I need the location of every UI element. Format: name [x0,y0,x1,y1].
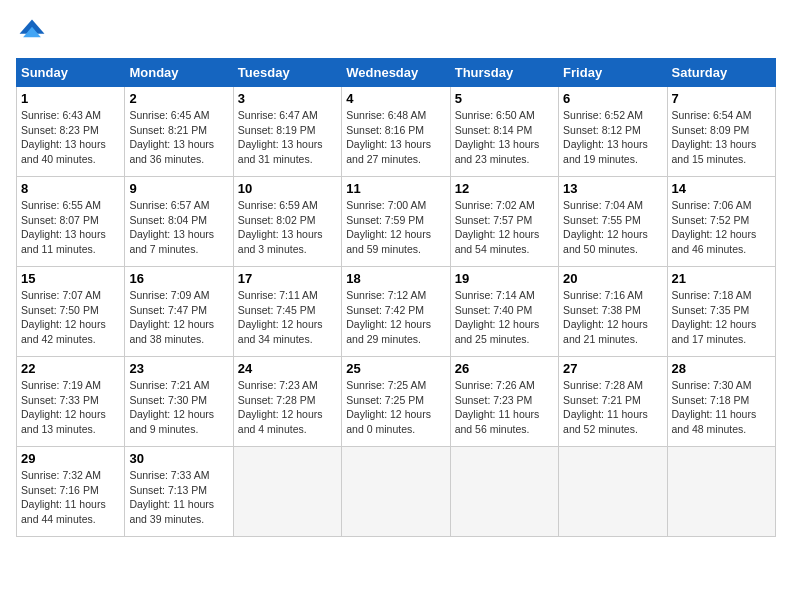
calendar-cell: 16Sunrise: 7:09 AMSunset: 7:47 PMDayligh… [125,267,233,357]
day-number: 8 [21,181,120,196]
calendar-cell [559,447,667,537]
calendar-header-tuesday: Tuesday [233,59,341,87]
day-number: 28 [672,361,771,376]
logo-icon [16,16,48,48]
day-number: 18 [346,271,445,286]
day-info: Sunrise: 7:06 AMSunset: 7:52 PMDaylight:… [672,198,771,257]
calendar-table: SundayMondayTuesdayWednesdayThursdayFrid… [16,58,776,537]
day-number: 5 [455,91,554,106]
calendar-cell: 22Sunrise: 7:19 AMSunset: 7:33 PMDayligh… [17,357,125,447]
day-info: Sunrise: 7:18 AMSunset: 7:35 PMDaylight:… [672,288,771,347]
logo [16,16,52,48]
calendar-cell: 3Sunrise: 6:47 AMSunset: 8:19 PMDaylight… [233,87,341,177]
calendar-cell: 4Sunrise: 6:48 AMSunset: 8:16 PMDaylight… [342,87,450,177]
day-info: Sunrise: 6:54 AMSunset: 8:09 PMDaylight:… [672,108,771,167]
calendar-header-wednesday: Wednesday [342,59,450,87]
calendar-cell: 15Sunrise: 7:07 AMSunset: 7:50 PMDayligh… [17,267,125,357]
day-number: 6 [563,91,662,106]
day-info: Sunrise: 6:43 AMSunset: 8:23 PMDaylight:… [21,108,120,167]
calendar-cell: 9Sunrise: 6:57 AMSunset: 8:04 PMDaylight… [125,177,233,267]
day-number: 21 [672,271,771,286]
calendar-cell: 2Sunrise: 6:45 AMSunset: 8:21 PMDaylight… [125,87,233,177]
calendar-cell: 10Sunrise: 6:59 AMSunset: 8:02 PMDayligh… [233,177,341,267]
day-info: Sunrise: 7:04 AMSunset: 7:55 PMDaylight:… [563,198,662,257]
day-number: 13 [563,181,662,196]
day-info: Sunrise: 7:12 AMSunset: 7:42 PMDaylight:… [346,288,445,347]
day-info: Sunrise: 7:16 AMSunset: 7:38 PMDaylight:… [563,288,662,347]
day-number: 7 [672,91,771,106]
day-info: Sunrise: 7:11 AMSunset: 7:45 PMDaylight:… [238,288,337,347]
day-info: Sunrise: 7:28 AMSunset: 7:21 PMDaylight:… [563,378,662,437]
week-row-4: 22Sunrise: 7:19 AMSunset: 7:33 PMDayligh… [17,357,776,447]
calendar-cell [667,447,775,537]
calendar-cell: 12Sunrise: 7:02 AMSunset: 7:57 PMDayligh… [450,177,558,267]
day-info: Sunrise: 6:47 AMSunset: 8:19 PMDaylight:… [238,108,337,167]
day-number: 4 [346,91,445,106]
day-info: Sunrise: 7:32 AMSunset: 7:16 PMDaylight:… [21,468,120,527]
calendar-cell: 11Sunrise: 7:00 AMSunset: 7:59 PMDayligh… [342,177,450,267]
calendar-cell: 5Sunrise: 6:50 AMSunset: 8:14 PMDaylight… [450,87,558,177]
day-info: Sunrise: 6:55 AMSunset: 8:07 PMDaylight:… [21,198,120,257]
day-info: Sunrise: 7:00 AMSunset: 7:59 PMDaylight:… [346,198,445,257]
day-number: 1 [21,91,120,106]
day-number: 19 [455,271,554,286]
calendar-header-saturday: Saturday [667,59,775,87]
day-number: 24 [238,361,337,376]
day-info: Sunrise: 6:50 AMSunset: 8:14 PMDaylight:… [455,108,554,167]
day-info: Sunrise: 6:45 AMSunset: 8:21 PMDaylight:… [129,108,228,167]
calendar-cell: 13Sunrise: 7:04 AMSunset: 7:55 PMDayligh… [559,177,667,267]
calendar-cell: 26Sunrise: 7:26 AMSunset: 7:23 PMDayligh… [450,357,558,447]
calendar-cell [450,447,558,537]
calendar-header-thursday: Thursday [450,59,558,87]
day-number: 10 [238,181,337,196]
calendar-cell: 30Sunrise: 7:33 AMSunset: 7:13 PMDayligh… [125,447,233,537]
calendar-cell: 21Sunrise: 7:18 AMSunset: 7:35 PMDayligh… [667,267,775,357]
day-info: Sunrise: 7:30 AMSunset: 7:18 PMDaylight:… [672,378,771,437]
day-info: Sunrise: 6:48 AMSunset: 8:16 PMDaylight:… [346,108,445,167]
page-header [16,16,776,48]
calendar-header-friday: Friday [559,59,667,87]
calendar-cell: 14Sunrise: 7:06 AMSunset: 7:52 PMDayligh… [667,177,775,267]
day-info: Sunrise: 7:23 AMSunset: 7:28 PMDaylight:… [238,378,337,437]
calendar-cell: 29Sunrise: 7:32 AMSunset: 7:16 PMDayligh… [17,447,125,537]
day-info: Sunrise: 7:25 AMSunset: 7:25 PMDaylight:… [346,378,445,437]
calendar-cell: 6Sunrise: 6:52 AMSunset: 8:12 PMDaylight… [559,87,667,177]
day-info: Sunrise: 7:33 AMSunset: 7:13 PMDaylight:… [129,468,228,527]
day-number: 14 [672,181,771,196]
calendar-cell: 17Sunrise: 7:11 AMSunset: 7:45 PMDayligh… [233,267,341,357]
day-number: 12 [455,181,554,196]
calendar-header-row: SundayMondayTuesdayWednesdayThursdayFrid… [17,59,776,87]
calendar-cell: 27Sunrise: 7:28 AMSunset: 7:21 PMDayligh… [559,357,667,447]
day-number: 27 [563,361,662,376]
week-row-1: 1Sunrise: 6:43 AMSunset: 8:23 PMDaylight… [17,87,776,177]
calendar-cell [342,447,450,537]
calendar-header-monday: Monday [125,59,233,87]
day-info: Sunrise: 7:21 AMSunset: 7:30 PMDaylight:… [129,378,228,437]
day-number: 30 [129,451,228,466]
calendar-cell: 18Sunrise: 7:12 AMSunset: 7:42 PMDayligh… [342,267,450,357]
day-number: 23 [129,361,228,376]
day-info: Sunrise: 7:02 AMSunset: 7:57 PMDaylight:… [455,198,554,257]
day-info: Sunrise: 7:14 AMSunset: 7:40 PMDaylight:… [455,288,554,347]
calendar-cell: 24Sunrise: 7:23 AMSunset: 7:28 PMDayligh… [233,357,341,447]
calendar-cell: 25Sunrise: 7:25 AMSunset: 7:25 PMDayligh… [342,357,450,447]
day-number: 16 [129,271,228,286]
day-number: 22 [21,361,120,376]
calendar-cell: 7Sunrise: 6:54 AMSunset: 8:09 PMDaylight… [667,87,775,177]
week-row-5: 29Sunrise: 7:32 AMSunset: 7:16 PMDayligh… [17,447,776,537]
calendar-cell: 19Sunrise: 7:14 AMSunset: 7:40 PMDayligh… [450,267,558,357]
day-number: 3 [238,91,337,106]
day-number: 25 [346,361,445,376]
calendar-header-sunday: Sunday [17,59,125,87]
day-number: 9 [129,181,228,196]
day-info: Sunrise: 6:57 AMSunset: 8:04 PMDaylight:… [129,198,228,257]
calendar-cell [233,447,341,537]
day-number: 11 [346,181,445,196]
day-number: 17 [238,271,337,286]
day-number: 2 [129,91,228,106]
day-info: Sunrise: 7:26 AMSunset: 7:23 PMDaylight:… [455,378,554,437]
calendar-cell: 20Sunrise: 7:16 AMSunset: 7:38 PMDayligh… [559,267,667,357]
day-info: Sunrise: 7:07 AMSunset: 7:50 PMDaylight:… [21,288,120,347]
day-number: 29 [21,451,120,466]
calendar-cell: 23Sunrise: 7:21 AMSunset: 7:30 PMDayligh… [125,357,233,447]
